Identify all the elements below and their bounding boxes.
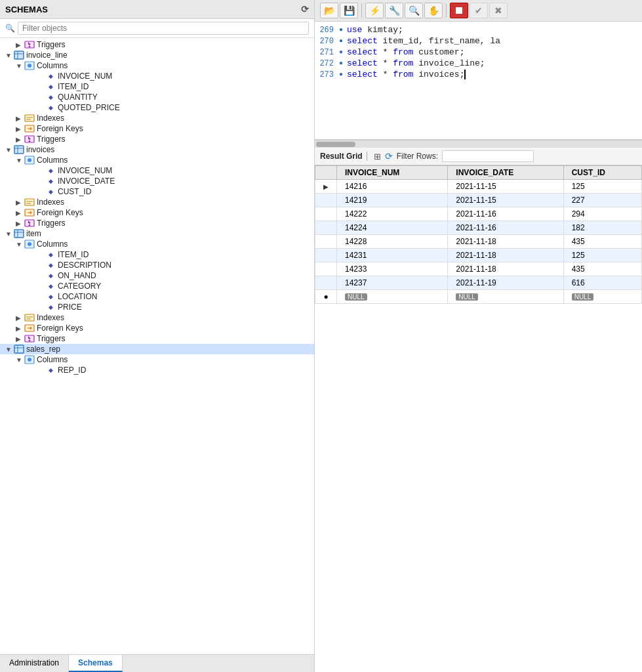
check-button[interactable]: ✔ [470, 3, 488, 18]
row-selector[interactable] [315, 262, 337, 276]
line-dot: ● [338, 49, 344, 56]
tree-item-invoice_line-triggers[interactable]: Triggers [0, 134, 314, 144]
sql-line-269[interactable]: 269●use kimtay; [315, 24, 642, 35]
table-row[interactable]: ●NULLNULLNULL [315, 290, 642, 304]
refresh-icon[interactable]: ⟳ [301, 4, 309, 14]
trigger-icon [24, 40, 35, 49]
sql-line-273[interactable]: 273●select * from invoices; [315, 69, 642, 80]
horizontal-scrollbar[interactable] [315, 140, 642, 148]
tree-item-invoices[interactable]: invoices [0, 144, 314, 155]
tab-schemas[interactable]: Schemas [69, 655, 123, 672]
table-row[interactable]: 142222021-11-16294 [315, 207, 642, 221]
row-selector[interactable] [315, 235, 337, 249]
tree-label: Foreign Keys [37, 124, 83, 133]
tree-item-sales_rep-columns[interactable]: Columns [0, 354, 314, 365]
table-row[interactable]: 142242021-11-16182 [315, 221, 642, 235]
tree-item-col-price[interactable]: ◆PRICE [0, 302, 314, 312]
tree-item-invoice_line[interactable]: invoice_line [0, 50, 314, 60]
tree-item-invoices-fk[interactable]: Foreign Keys [0, 207, 314, 218]
tree-arrow [5, 52, 13, 59]
cell-cust_id: 294 [563, 207, 641, 221]
tree-item-item-fk[interactable]: Foreign Keys [0, 323, 314, 333]
cell-invoice_num: NULL [337, 290, 448, 304]
row-selector[interactable]: ● [315, 290, 337, 304]
tree-item-item-columns[interactable]: Columns [0, 239, 314, 249]
row-selector[interactable] [315, 194, 337, 207]
tree-item-col-onhand[interactable]: ◆ON_HAND [0, 270, 314, 281]
result-table-container[interactable]: INVOICE_NUMINVOICE_DATECUST_ID ▶14216202… [315, 165, 642, 672]
tree-item-invoice_line-fk[interactable]: Foreign Keys [0, 123, 314, 134]
execute-plan-button[interactable]: 🔧 [385, 3, 403, 18]
row-selector[interactable] [315, 221, 337, 235]
tree-item-col-inv-date[interactable]: ◆INVOICE_DATE [0, 176, 314, 186]
execute-button[interactable]: ⚡ [365, 3, 384, 18]
scrollbar-thumb[interactable] [316, 142, 355, 147]
tree-label: item [26, 229, 41, 238]
table-row[interactable]: 142332021-11-18435 [315, 262, 642, 276]
sql-editor[interactable]: 269●use kimtay;270●select item_id, first… [315, 22, 642, 140]
tree-item-col-inv-num[interactable]: ◆INVOICE_NUM [0, 165, 314, 176]
row-arrow-icon: ▶ [323, 183, 329, 190]
close-query-button[interactable]: ✖ [489, 3, 508, 18]
tree-label: DESCRIPTION [58, 261, 111, 270]
filter-rows-input[interactable] [442, 150, 534, 162]
tree-item-col-desc[interactable]: ◆DESCRIPTION [0, 260, 314, 270]
hand-button[interactable]: ✋ [424, 3, 443, 18]
tree-label: CUST_ID [58, 187, 91, 196]
table-row[interactable]: 142282021-11-18435 [315, 235, 642, 249]
tree-item-col-quantity[interactable]: ◆QUANTITY [0, 92, 314, 102]
search-button[interactable]: 🔍 [405, 3, 423, 18]
null-badge: NULL [345, 293, 367, 301]
tab-admin[interactable]: Administration [0, 655, 69, 672]
column-icon: ◆ [45, 303, 56, 312]
tree-item-col-cust-id[interactable]: ◆CUST_ID [0, 186, 314, 197]
table-row[interactable]: ▶142162021-11-15125 [315, 180, 642, 194]
tree-label: Columns [37, 240, 68, 249]
tree-item-item-indexes[interactable]: Indexes [0, 312, 314, 323]
tree-item-invoices-indexes[interactable]: Indexes [0, 197, 314, 207]
tree-item-invoice_line-columns[interactable]: Columns [0, 60, 314, 71]
line-dot: ● [338, 60, 344, 67]
open-folder-button[interactable]: 📂 [320, 3, 338, 18]
tree-item-col-quoted_price[interactable]: ◆QUOTED_PRICE [0, 102, 314, 113]
tree-item-item[interactable]: item [0, 228, 314, 239]
row-selector[interactable] [315, 276, 337, 290]
tree-label: INVOICE_NUM [58, 72, 112, 81]
tree-label: invoices [26, 145, 54, 154]
tree-item-col-item_id[interactable]: ◆ITEM_ID [0, 81, 314, 92]
tree-item-invoice_line-indexes[interactable]: Indexes [0, 113, 314, 123]
tree-item-col-invoice_num[interactable]: ◆INVOICE_NUM [0, 71, 314, 81]
tree-arrow [16, 62, 24, 70]
tree-item-col-item-id[interactable]: ◆ITEM_ID [0, 249, 314, 260]
tree-item-item-triggers[interactable]: Triggers [0, 333, 314, 344]
row-selector[interactable]: ▶ [315, 180, 337, 194]
line-content: select item_id, first_name, la [344, 36, 500, 46]
result-grid-tab[interactable]: Result Grid [320, 152, 367, 161]
fk-icon [24, 324, 35, 333]
tree-arrow [16, 41, 24, 49]
tree-item-invoices-columns[interactable]: Columns [0, 155, 314, 165]
stop-button[interactable] [450, 3, 468, 18]
tree-item-sales_rep[interactable]: sales_rep [0, 344, 314, 354]
tree-item-col-location[interactable]: ◆LOCATION [0, 291, 314, 302]
tree-item-invoices-triggers[interactable]: Triggers [0, 218, 314, 228]
sql-line-271[interactable]: 271●select * from customer; [315, 47, 642, 58]
sql-line-272[interactable]: 272●select * from invoice_line; [315, 58, 642, 69]
tree-label: LOCATION [58, 292, 97, 301]
line-dot: ● [338, 37, 344, 45]
trigger-icon [24, 334, 35, 343]
cell-cust_id: 616 [563, 276, 641, 290]
tree-item-col-category[interactable]: ◆CATEGORY [0, 281, 314, 291]
sql-line-270[interactable]: 270●select item_id, first_name, la [315, 35, 642, 47]
table-row[interactable]: 142192021-11-15227 [315, 194, 642, 207]
tree-item-triggers-top[interactable]: Triggers [0, 39, 314, 50]
row-selector[interactable] [315, 207, 337, 221]
save-button[interactable]: 💾 [340, 3, 358, 18]
table-row[interactable]: 142372021-11-19616 [315, 276, 642, 290]
table-row[interactable]: 142312021-11-18125 [315, 249, 642, 262]
tree-item-col-rep-id[interactable]: ◆REP_ID [0, 365, 314, 375]
filter-input[interactable] [18, 22, 309, 35]
columns-icon [24, 355, 35, 364]
refresh-result-icon[interactable]: ⟳ [385, 151, 393, 161]
row-selector[interactable] [315, 249, 337, 262]
